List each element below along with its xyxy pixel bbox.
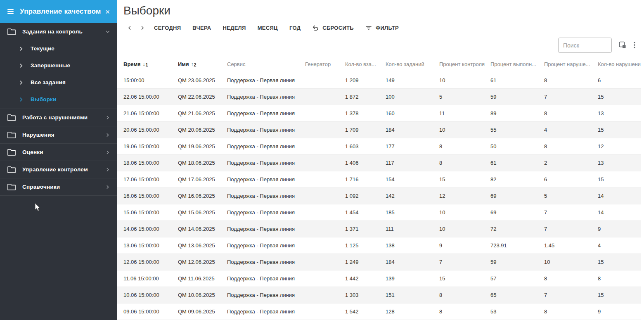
more-options-button[interactable]	[630, 40, 639, 50]
table-cell: 723.91	[490, 242, 544, 249]
toolbar: СЕГОДНЯ ВЧЕРА НЕДЕЛЯ МЕСЯЦ ГОД СБРОСИТЬ …	[117, 22, 644, 33]
sidebar-item-ratings[interactable]: Оценки	[0, 144, 117, 161]
year-button[interactable]: ГОД	[284, 22, 306, 33]
table-row[interactable]: 15:00:00QM 23.06.2025Поддержка - Первая …	[117, 72, 641, 89]
table-row[interactable]: 11.06 15:00:00QM 11.06.2025Поддержка - П…	[117, 270, 641, 287]
table-cell: 12	[598, 143, 641, 149]
table-cell: 1 454	[345, 209, 386, 216]
week-button[interactable]: НЕДЕЛЯ	[217, 22, 251, 33]
column-header[interactable]: Кол-во заданий	[386, 61, 439, 67]
undo-icon	[312, 24, 319, 31]
table-cell: 1 709	[345, 127, 386, 133]
table-row[interactable]: 10.06 15:00:00QM 10.06.2025Поддержка - П…	[117, 287, 641, 303]
table-row[interactable]: 21.06 15:00:00QM 21.06.2025Поддержка - П…	[117, 105, 641, 122]
table-cell: Поддержка - Первая линия	[227, 292, 305, 298]
column-header[interactable]: Генератор	[305, 61, 345, 67]
table-cell: QM 13.06.2025	[178, 242, 227, 249]
table-cell: QM 20.06.2025	[178, 127, 227, 133]
page-title: Выборки	[117, 0, 644, 18]
column-header[interactable]: Кол-во нарушений	[598, 61, 641, 67]
table-cell: 1 209	[345, 77, 386, 83]
prev-period-button[interactable]	[123, 22, 136, 33]
table-cell: 21.06 15:00:00	[123, 110, 178, 116]
table-row[interactable]: 17.06 15:00:00QM 17.06.2025Поддержка - П…	[117, 171, 641, 188]
sidebar-item-label: Выборки	[31, 96, 57, 102]
month-button[interactable]: МЕСЯЦ	[252, 22, 284, 33]
table-cell: 9	[598, 226, 641, 232]
table-cell: 8	[439, 308, 490, 315]
table-row[interactable]: 15.06 15:00:00QM 15.06.2025Поддержка - П…	[117, 204, 641, 221]
next-period-button[interactable]	[136, 22, 148, 33]
column-header[interactable]: Имя ↑2	[178, 61, 227, 67]
sidebar-item-current[interactable]: Текущие	[0, 40, 117, 57]
chevron-right-icon	[105, 184, 111, 190]
column-header[interactable]: Процент контроля	[439, 61, 490, 67]
table-cell: 14.06 15:00:00	[123, 226, 178, 232]
table-cell: QM 21.06.2025	[178, 110, 227, 116]
table-cell: 61	[490, 160, 544, 166]
sidebar-item-violations-work[interactable]: Работа с нарушениями	[0, 109, 117, 126]
table-row[interactable]: 18.06 15:00:00QM 18.06.2025Поддержка - П…	[117, 155, 641, 171]
table-cell: 151	[386, 292, 439, 298]
table-cell: Поддержка - Первая линия	[227, 242, 305, 249]
table-cell: 184	[386, 259, 439, 265]
table-cell: 8	[598, 275, 641, 282]
save-table-state-button[interactable]	[618, 41, 627, 49]
table-cell: 117	[386, 160, 439, 166]
table-row[interactable]: 09.06 15:00:00QM 09.06.2025Поддержка - П…	[117, 303, 641, 320]
sidebar-item-samples[interactable]: Выборки	[0, 91, 117, 108]
chevron-right-icon	[105, 167, 111, 173]
table-cell: 154	[386, 176, 439, 183]
table-cell: 177	[386, 143, 439, 149]
table-cell: 9	[439, 242, 490, 249]
reset-button[interactable]: СБРОСИТЬ	[306, 22, 360, 33]
sidebar-item-label: Все задания	[31, 79, 66, 85]
column-header-label: Кол-во вза...	[345, 61, 376, 67]
table-row[interactable]: 22.06 15:00:00QM 22.06.2025Поддержка - П…	[117, 89, 641, 105]
table-row[interactable]: 20.06 15:00:00QM 20.06.2025Поддержка - П…	[117, 122, 641, 138]
table-cell: 138	[386, 242, 439, 249]
filter-button[interactable]: ФИЛЬТР	[360, 22, 405, 33]
search-input[interactable]	[558, 38, 612, 53]
table-row[interactable]: 12.06 15:00:00QM 12.06.2025Поддержка - П…	[117, 254, 641, 270]
table-cell: Поддержка - Первая линия	[227, 176, 305, 183]
table-row[interactable]: 16.06 15:00:00QM 16.06.2025Поддержка - П…	[117, 188, 641, 204]
table-cell: 15	[598, 94, 641, 100]
table-cell: 20.06 15:00:00	[123, 127, 178, 133]
sidebar-item-control-management[interactable]: Управление контролем	[0, 161, 117, 178]
sort-indicator: ↓1	[143, 62, 148, 67]
column-header[interactable]: Время ↓1	[123, 61, 178, 67]
sidebar-item-violations[interactable]: Нарушения	[0, 126, 117, 143]
table-row[interactable]: 13.06 15:00:00QM 13.06.2025Поддержка - П…	[117, 237, 641, 254]
sidebar-item-directories[interactable]: Справочники	[0, 178, 117, 195]
today-button[interactable]: СЕГОДНЯ	[148, 22, 187, 33]
mouse-cursor	[35, 203, 41, 213]
table-cell: 1 378	[345, 110, 386, 116]
folder-icon	[7, 28, 16, 35]
chevron-down-icon	[105, 29, 111, 35]
sidebar-item-tasks-control[interactable]: Задания на контроль	[0, 23, 117, 40]
column-header[interactable]: Процент выполн...	[490, 61, 544, 67]
table-cell: 1 603	[345, 143, 386, 149]
table-cell: 10	[439, 209, 490, 216]
column-header[interactable]: Сервис	[227, 61, 305, 67]
table-cell: 55	[490, 127, 544, 133]
table-cell: 160	[386, 110, 439, 116]
table-cell: 5	[439, 94, 490, 100]
table-cell: 89	[490, 110, 544, 116]
table-row[interactable]: 19.06 15:00:00QM 19.06.2025Поддержка - П…	[117, 138, 641, 155]
sidebar-item-all-tasks[interactable]: Все задания	[0, 74, 117, 91]
sidebar-item-completed[interactable]: Завершенные	[0, 57, 117, 74]
table-cell: 6	[544, 176, 598, 183]
close-icon[interactable]: ×	[105, 8, 110, 16]
table-cell: 10	[439, 77, 490, 83]
sort-indicator: ↑2	[191, 62, 197, 67]
table-cell: Поддержка - Первая линия	[227, 77, 305, 83]
menu-icon[interactable]	[7, 9, 14, 14]
yesterday-button[interactable]: ВЧЕРА	[187, 22, 217, 33]
table-cell: 15	[598, 176, 641, 183]
column-header[interactable]: Кол-во вза...	[345, 61, 386, 67]
table-row[interactable]: 14.06 15:00:00QM 14.06.2025Поддержка - П…	[117, 221, 641, 237]
column-header[interactable]: Процент наруше...	[544, 61, 598, 67]
table-cell: 142	[386, 193, 439, 199]
